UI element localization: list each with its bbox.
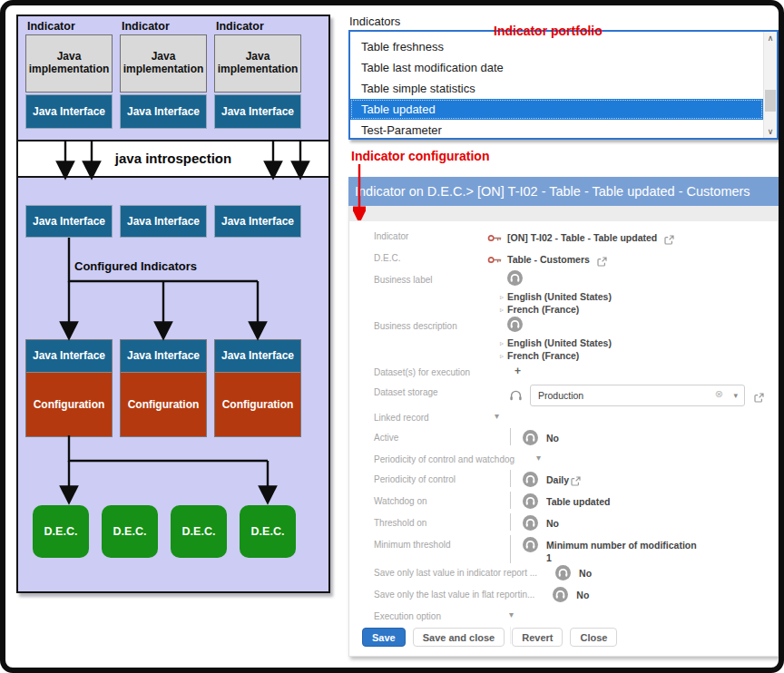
field-value-text: No — [546, 518, 559, 529]
scrollbar[interactable]: ∧ ∨ — [763, 32, 777, 138]
interface-configuration-row: Java InterfaceConfigurationJava Interfac… — [25, 339, 301, 437]
java-interface-box: Java Interface — [26, 340, 112, 373]
external-link-icon[interactable] — [597, 257, 607, 267]
field-value-text: No — [576, 590, 589, 600]
inherited-value-icon[interactable] — [523, 537, 538, 552]
indicator-list[interactable]: Table freshnessTable last modification d… — [348, 30, 779, 140]
inherited-value-icon[interactable] — [523, 430, 538, 445]
close-button[interactable]: Close — [570, 628, 617, 647]
scroll-up-icon[interactable]: ∧ — [764, 32, 777, 44]
language-label: English (United States) — [507, 291, 612, 302]
external-link-icon[interactable] — [664, 235, 674, 245]
inherited-value-icon[interactable] — [523, 493, 538, 509]
inherited-value-icon[interactable] — [523, 515, 538, 531]
configuration-box: Configuration — [215, 373, 300, 436]
field-value: No — [487, 513, 778, 531]
save-and-close-button[interactable]: Save and close — [413, 628, 505, 647]
collapse-icon[interactable]: ▾ — [536, 454, 541, 463]
form-row: Save only the last value in flat reporti… — [349, 585, 778, 607]
configured-indicator-box: Java InterfaceConfiguration — [25, 339, 113, 437]
indicator-configuration-annotation: Indicator configuration — [351, 149, 489, 163]
list-item[interactable]: Test-Parameter — [350, 120, 763, 138]
inherited-value-icon[interactable] — [553, 587, 568, 602]
inherited-value-icon[interactable] — [507, 317, 523, 332]
indicator-group: IndicatorJava implementationJava Interfa… — [214, 19, 301, 129]
field-value: ▾ — [514, 450, 778, 470]
language-row: ▹French (France) — [500, 350, 778, 363]
configured-indicators-label: Configured Indicators — [74, 259, 197, 273]
middle-interface-row: Java InterfaceJava InterfaceJava Interfa… — [25, 205, 301, 238]
headset-icon — [509, 389, 523, 402]
collapse-icon[interactable]: ▾ — [495, 412, 499, 421]
expand-icon[interactable]: ▹ — [500, 306, 504, 314]
field-value: [ON] T-I02 - Table - Table updated — [487, 227, 778, 249]
dec-row: D.E.C.D.E.C.D.E.C.D.E.C. — [33, 505, 296, 558]
list-item[interactable]: Table freshness — [350, 36, 763, 57]
inherited-value-icon[interactable] — [555, 565, 571, 580]
form-row: Minimum thresholdMinimum number of modif… — [349, 535, 778, 563]
java-interface-box: Java Interface — [214, 205, 301, 238]
dec-box: D.E.C. — [240, 505, 296, 558]
add-icon[interactable]: + — [514, 366, 521, 376]
form-row: Linked record▾ — [349, 408, 778, 428]
language-row: ▹English (United States) — [500, 337, 778, 350]
list-item[interactable]: Table last modification date — [350, 57, 763, 78]
external-link-icon[interactable] — [571, 476, 581, 486]
form-row: Dataset(s) for execution+ — [349, 363, 778, 383]
form-row: Save only last value in indicator report… — [349, 563, 778, 585]
language-row: ▹French (France) — [500, 304, 778, 317]
indicator-group: IndicatorJava implementationJava Interfa… — [25, 19, 113, 129]
java-interface-box: Java Interface — [214, 94, 301, 129]
field-value: No — [534, 585, 778, 602]
expand-icon[interactable]: ▹ — [500, 352, 504, 360]
field-label: Linked record — [349, 408, 487, 423]
field-value: ▹English (United States)▹French (France) — [487, 317, 778, 363]
clear-icon[interactable]: ⊗ — [715, 388, 723, 400]
java-implementation-box: Java implementation — [214, 34, 301, 93]
form-row: Execution option▾ — [349, 607, 778, 627]
java-interface-box: Java Interface — [25, 94, 113, 129]
dataset-storage-combobox[interactable]: ⊗▾ — [530, 385, 745, 406]
inherited-value-icon[interactable] — [523, 472, 538, 487]
field-value: Table updated — [487, 492, 778, 509]
language-label: English (United States) — [507, 337, 612, 348]
collapse-icon[interactable]: ▾ — [509, 610, 514, 619]
field-label: Periodicity of control — [349, 470, 487, 484]
button-bar: SaveSave and closeRevertClose — [362, 628, 617, 647]
form-row: Periodicity of control and watchdog▾ — [349, 450, 778, 470]
expand-icon[interactable]: ▹ — [500, 339, 504, 347]
indicator-label: Indicator — [122, 20, 207, 33]
external-link-icon[interactable] — [754, 393, 764, 403]
list-item[interactable]: Table simple statistics — [350, 78, 763, 99]
field-label: Periodicity of control and watchdog — [349, 450, 514, 464]
revert-button[interactable]: Revert — [512, 628, 563, 647]
dataset-storage-input[interactable] — [530, 385, 745, 406]
list-item[interactable]: Table updated — [350, 99, 763, 120]
expand-icon[interactable]: ▹ — [500, 293, 504, 301]
field-label: Dataset(s) for execution — [349, 363, 487, 377]
field-label: D.E.C. — [349, 249, 487, 263]
field-value: ▹English (United States)▹French (France) — [487, 270, 778, 317]
field-label: Business label — [349, 270, 487, 285]
form-row: Watchdog onTable updated — [349, 492, 778, 513]
field-label: Indicator — [349, 227, 487, 241]
field-label: Save only last value in indicator report… — [349, 563, 537, 578]
annotation-arrow — [353, 164, 366, 220]
configured-indicator-box: Java InterfaceConfiguration — [120, 339, 207, 437]
indicator-groups: IndicatorJava implementationJava Interfa… — [25, 19, 301, 129]
form-row: Indicator[ON] T-I02 - Table - Table upda… — [349, 227, 778, 249]
indicator-group: IndicatorJava implementationJava Interfa… — [120, 19, 207, 129]
inherited-value-icon[interactable] — [507, 270, 523, 286]
dropdown-icon[interactable]: ▾ — [733, 388, 738, 403]
configuration-box: Configuration — [26, 373, 112, 436]
language-row: ▹English (United States) — [500, 291, 778, 304]
java-interface-box: Java Interface — [25, 205, 113, 238]
scrollbar-thumb[interactable] — [765, 90, 776, 112]
field-value: Table - Customers — [487, 249, 778, 270]
field-value-text: [ON] T-I02 - Table - Table updated — [507, 232, 657, 243]
form-row: Business description▹English (United Sta… — [349, 317, 778, 363]
save-button[interactable]: Save — [362, 628, 406, 647]
panel-title: Indicator on D.E.C.> [ON] T-I02 - Table … — [348, 177, 779, 206]
scroll-down-icon[interactable]: ∨ — [764, 125, 777, 138]
field-value: No — [537, 563, 778, 580]
